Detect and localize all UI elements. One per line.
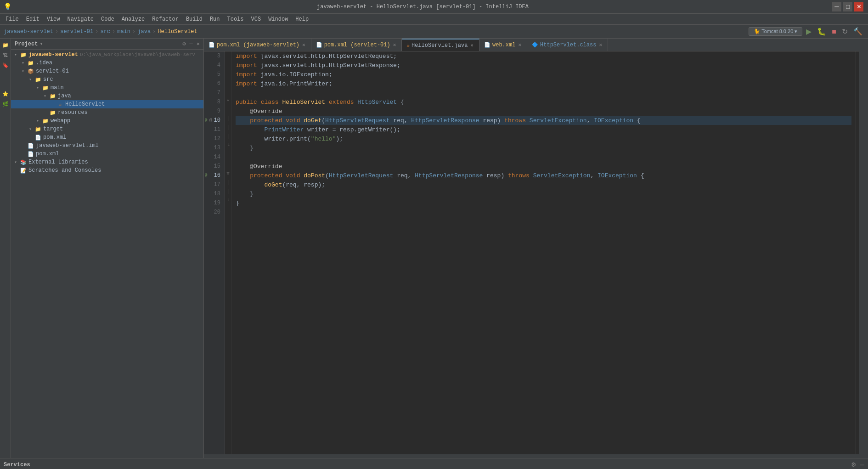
menu-vcs[interactable]: VCS xyxy=(248,15,265,23)
expand-icon[interactable]: ▾ xyxy=(13,159,18,165)
bookmarks-sidebar-toggle[interactable]: 🔖 xyxy=(1,61,10,70)
code-text: { xyxy=(637,172,644,179)
menu-help[interactable]: Help xyxy=(292,15,312,23)
run-button[interactable]: ▶ xyxy=(804,26,813,37)
annotation-icon: @ xyxy=(205,173,207,178)
expand-icon[interactable]: ▾ xyxy=(20,60,26,66)
tree-item-webapp[interactable]: ▾ 📁 webapp xyxy=(11,117,203,125)
debug-button[interactable]: 🐛 xyxy=(815,26,828,37)
folder-icon: 📁 xyxy=(34,76,42,83)
breadcrumb-item-src[interactable]: src xyxy=(100,28,110,35)
tab-pom-servlet[interactable]: 📄 pom.xml (servlet-01) ✕ xyxy=(311,39,402,51)
tab-close-icon[interactable]: ✕ xyxy=(469,42,474,48)
menu-run[interactable]: Run xyxy=(206,15,224,23)
tree-item-external-libs[interactable]: ▾ 📚 External Libraries xyxy=(11,158,203,166)
menu-tools[interactable]: Tools xyxy=(224,15,248,23)
git-sidebar-toggle[interactable]: 🌿 xyxy=(1,99,10,108)
expand-icon[interactable]: ▾ xyxy=(35,85,40,90)
tree-item-target[interactable]: ▾ 📁 target xyxy=(11,125,203,133)
services-settings-button[interactable]: ⚙ xyxy=(851,461,857,468)
project-panel: Project ▾ ⚙ ─ ✕ ▾ 📁 javaweb-servlet D:\j… xyxy=(11,39,204,458)
item-label: resources xyxy=(58,109,88,116)
line-6: 6 xyxy=(204,79,224,88)
breadcrumb-item-module[interactable]: servlet-01 xyxy=(60,28,93,35)
close-button[interactable]: ✕ xyxy=(854,2,863,11)
run-config-dropdown[interactable]: 🐈 Tomcat 8.0.20 ▾ xyxy=(749,27,802,36)
menu-window[interactable]: Window xyxy=(265,15,292,23)
code-line-7 xyxy=(236,88,851,97)
menu-code[interactable]: Code xyxy=(97,15,118,23)
tab-close-icon[interactable]: ✕ xyxy=(598,42,603,48)
tree-item-pom-servlet[interactable]: 📄 pom.xml xyxy=(11,133,203,141)
code-text xyxy=(257,99,261,106)
editor-area: 📄 pom.xml (javaweb-servlet) ✕ 📄 pom.xml … xyxy=(204,39,859,458)
keyword: throws xyxy=(504,117,526,124)
menu-view[interactable]: View xyxy=(43,15,64,23)
breadcrumb-item-java[interactable]: java xyxy=(137,28,151,35)
expand-icon[interactable]: ▾ xyxy=(28,126,33,132)
expand-icon[interactable]: ▾ xyxy=(42,93,48,99)
project-sidebar-toggle[interactable]: 📁 xyxy=(1,40,10,50)
tab-close-icon[interactable]: ✕ xyxy=(517,42,522,48)
main-area: 📁 🏗 🔖 ⭐ 🌿 Project ▾ ⚙ ─ ✕ ▾ 📁 javaweb-se… xyxy=(0,39,868,458)
code-line-20 xyxy=(236,208,851,217)
tab-close-icon[interactable]: ✕ xyxy=(301,42,306,48)
tree-item-java[interactable]: ▾ 📁 java xyxy=(11,92,203,100)
tree-item-iml[interactable]: 📄 javaweb-servlet.iml xyxy=(11,141,203,150)
code-text: } xyxy=(236,200,239,207)
build-button[interactable]: 🔨 xyxy=(851,26,864,37)
project-panel-header: Project ▾ ⚙ ─ ✕ xyxy=(11,39,203,50)
menu-refactor[interactable]: Refactor xyxy=(148,15,182,23)
code-content[interactable]: import javax.servlet.http.HttpServletReq… xyxy=(232,51,855,454)
tree-item-scratches[interactable]: 📝 Scratches and Consoles xyxy=(11,166,203,175)
project-collapse-icon[interactable]: ─ xyxy=(190,41,193,47)
stop-button[interactable]: ■ xyxy=(830,27,838,37)
services-hide-button[interactable]: ─ xyxy=(860,461,864,468)
string-literal: "hello" xyxy=(311,136,336,142)
tab-label: pom.xml (servlet-01) xyxy=(324,42,390,48)
tree-item-idea[interactable]: ▾ 📁 .idea xyxy=(11,59,203,67)
tree-item-src[interactable]: ▾ 📁 src xyxy=(11,75,203,84)
tab-webxml[interactable]: 📄 web.xml ✕ xyxy=(479,39,527,51)
expand-icon[interactable]: ▾ xyxy=(13,52,18,57)
tree-item-root[interactable]: ▾ 📁 javaweb-servlet D:\java_workplace\ja… xyxy=(11,51,203,59)
tab-httpservlet-class[interactable]: 🔷 HttpServlet.class ✕ xyxy=(527,39,608,51)
menu-file[interactable]: File xyxy=(2,15,23,23)
tab-helloservlet[interactable]: ☕ HelloServlet.java ✕ xyxy=(402,39,479,51)
project-dropdown-icon[interactable]: ▾ xyxy=(39,40,43,47)
menu-edit[interactable]: Edit xyxy=(23,15,43,23)
project-hide-icon[interactable]: ✕ xyxy=(197,40,200,47)
tree-item-helloservlet[interactable]: ☕ HelloServlet xyxy=(11,100,203,108)
keyword: void xyxy=(286,117,300,124)
code-text: java.io.PrintWriter; xyxy=(257,80,333,87)
menu-navigate[interactable]: Navigate xyxy=(63,15,97,23)
favorites-sidebar-toggle[interactable]: ⭐ xyxy=(1,89,10,98)
breadcrumb-item-main[interactable]: main xyxy=(117,28,130,35)
structure-sidebar-toggle[interactable]: 🏗 xyxy=(1,51,10,60)
horizontal-scrollbar[interactable] xyxy=(204,454,859,458)
minimize-button[interactable]: ─ xyxy=(832,2,841,11)
iml-file-icon: 📄 xyxy=(27,142,34,149)
item-path: D:\java_workplace\javaweb\javaweb-serv xyxy=(80,52,195,57)
breadcrumb-item-class[interactable]: HelloServlet xyxy=(158,28,197,35)
reload-button[interactable]: ↻ xyxy=(840,26,850,37)
tree-item-resources[interactable]: 📁 resources xyxy=(11,108,203,117)
expand-icon[interactable]: ▾ xyxy=(35,118,40,124)
keyword: import xyxy=(236,71,257,78)
menu-analyze[interactable]: Analyze xyxy=(118,15,148,23)
tab-close-icon[interactable]: ✕ xyxy=(392,42,397,48)
expand-icon[interactable]: ▾ xyxy=(28,77,33,82)
code-editor[interactable]: 3 4 5 6 7 8 9 @ @ 10 11 12 13 14 15 @ xyxy=(204,51,859,454)
project-panel-title: Project xyxy=(15,41,38,47)
maximize-button[interactable]: □ xyxy=(843,2,852,11)
project-settings-icon[interactable]: ⚙ xyxy=(182,40,186,47)
tree-item-pom-root[interactable]: 📄 pom.xml xyxy=(11,150,203,158)
menu-build[interactable]: Build xyxy=(182,15,206,23)
tab-pom-root[interactable]: 📄 pom.xml (javaweb-servlet) ✕ xyxy=(204,39,311,51)
line-17: 17 xyxy=(204,180,224,189)
breadcrumb-item-project[interactable]: javaweb-servlet xyxy=(4,28,53,35)
expand-icon[interactable]: ▾ xyxy=(20,68,26,74)
tree-item-main[interactable]: ▾ 📁 main xyxy=(11,84,203,92)
tab-label: web.xml xyxy=(492,42,515,48)
tree-item-servlet01[interactable]: ▾ 📦 servlet-01 xyxy=(11,67,203,75)
